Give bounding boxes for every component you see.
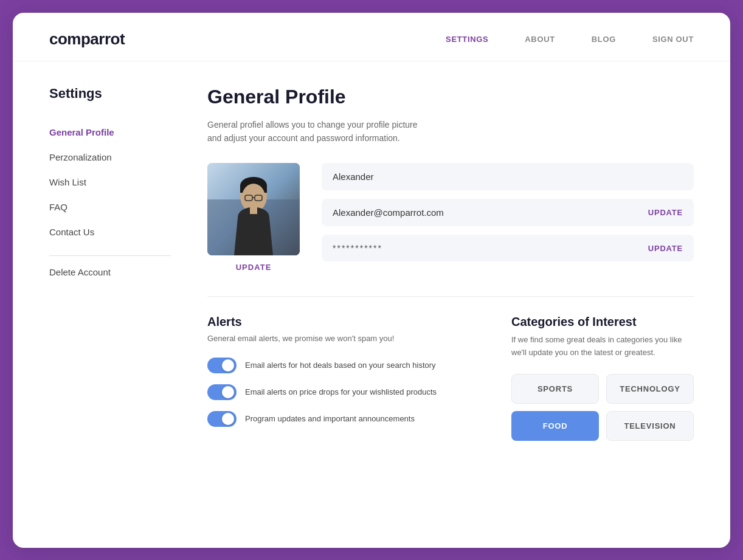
- categories-description: If we find some great deals in categorie…: [511, 334, 694, 359]
- sidebar: Settings General Profile Perzonalization…: [49, 86, 171, 441]
- toggle-track-3: [207, 411, 237, 427]
- alert-toggle-3[interactable]: [207, 411, 237, 427]
- page-description: General profiel allows you to change you…: [207, 118, 694, 145]
- alerts-description: General email alerts, we promise we won'…: [207, 334, 475, 343]
- bottom-section: Alerts General email alerts, we promise …: [207, 315, 694, 441]
- toggle-thumb-2: [222, 386, 234, 398]
- svg-rect-9: [250, 207, 257, 214]
- avatar: [207, 163, 300, 255]
- toggle-thumb-1: [222, 359, 234, 372]
- toggle-track-2: [207, 384, 237, 400]
- toggle-track-1: [207, 358, 237, 373]
- sidebar-item-perzonalization[interactable]: Perzonalization: [49, 145, 171, 170]
- sidebar-menu: General Profile Perzonalization Wish Lis…: [49, 120, 171, 244]
- email-update-button[interactable]: UPDATE: [648, 208, 683, 217]
- categories-block: Categories of Interest If we find some g…: [511, 315, 694, 441]
- avatar-block: UPDATE: [207, 163, 300, 272]
- form-fields: Alexander Alexander@comparrot.com UPDATE…: [322, 163, 694, 261]
- alert-label-2: Email alerts on price drops for your wis…: [245, 387, 437, 398]
- alert-row-2: Email alerts on price drops for your wis…: [207, 384, 475, 400]
- avatar-update-button[interactable]: UPDATE: [236, 263, 272, 272]
- category-sports[interactable]: SPORTS: [511, 374, 599, 404]
- email-field-row: Alexander@comparrot.com UPDATE: [322, 199, 694, 226]
- sidebar-item-wish-list[interactable]: Wish List: [49, 170, 171, 195]
- nav-about[interactable]: ABOUT: [525, 35, 555, 44]
- toggle-thumb-3: [222, 413, 234, 425]
- sidebar-item-delete-account[interactable]: Delete Account: [49, 267, 171, 277]
- alert-label-3: Program updates and important announceme…: [245, 413, 415, 424]
- category-television[interactable]: TELEVISION: [606, 411, 694, 441]
- category-food[interactable]: FOOD: [511, 411, 599, 441]
- alert-label-1: Email alerts for hot deals based on your…: [245, 360, 436, 371]
- name-value: Alexander: [333, 171, 683, 182]
- password-value: ***********: [333, 243, 648, 253]
- sidebar-item-general-profile[interactable]: General Profile: [49, 120, 171, 145]
- password-field-row: *********** UPDATE: [322, 235, 694, 261]
- alerts-block: Alerts General email alerts, we promise …: [207, 315, 475, 441]
- sidebar-item-faq[interactable]: FAQ: [49, 195, 171, 220]
- sidebar-divider: [49, 255, 171, 256]
- main-layout: Settings General Profile Perzonalization…: [13, 61, 730, 465]
- alert-row-1: Email alerts for hot deals based on your…: [207, 358, 475, 373]
- content-area: General Profile General profiel allows y…: [207, 86, 694, 441]
- profile-section: UPDATE Alexander Alexander@comparrot.com…: [207, 163, 694, 272]
- nav-blog[interactable]: BLOG: [592, 35, 616, 44]
- sidebar-title: Settings: [49, 86, 171, 102]
- alert-toggle-2[interactable]: [207, 384, 237, 400]
- alert-toggle-1[interactable]: [207, 358, 237, 373]
- category-technology[interactable]: TECHNOLOGY: [606, 374, 694, 404]
- avatar-image: [207, 163, 300, 255]
- categories-grid: SPORTS TECHNOLOGY FOOD TELEVISION: [511, 374, 694, 441]
- header: comparrot SETTINGS ABOUT BLOG SIGN OUT: [13, 13, 730, 61]
- logo: comparrot: [49, 30, 446, 49]
- sidebar-item-contact-us[interactable]: Contact Us: [49, 220, 171, 244]
- categories-title: Categories of Interest: [511, 315, 694, 329]
- section-divider: [207, 296, 694, 297]
- nav: SETTINGS ABOUT BLOG SIGN OUT: [446, 35, 694, 44]
- alerts-title: Alerts: [207, 315, 475, 329]
- email-value: Alexander@comparrot.com: [333, 207, 648, 218]
- nav-settings[interactable]: SETTINGS: [446, 35, 488, 44]
- page-title: General Profile: [207, 86, 694, 108]
- password-update-button[interactable]: UPDATE: [648, 244, 683, 253]
- name-field-row: Alexander: [322, 163, 694, 190]
- alert-row-3: Program updates and important announceme…: [207, 411, 475, 427]
- app-container: comparrot SETTINGS ABOUT BLOG SIGN OUT S…: [13, 13, 730, 548]
- nav-signout[interactable]: SIGN OUT: [652, 35, 694, 44]
